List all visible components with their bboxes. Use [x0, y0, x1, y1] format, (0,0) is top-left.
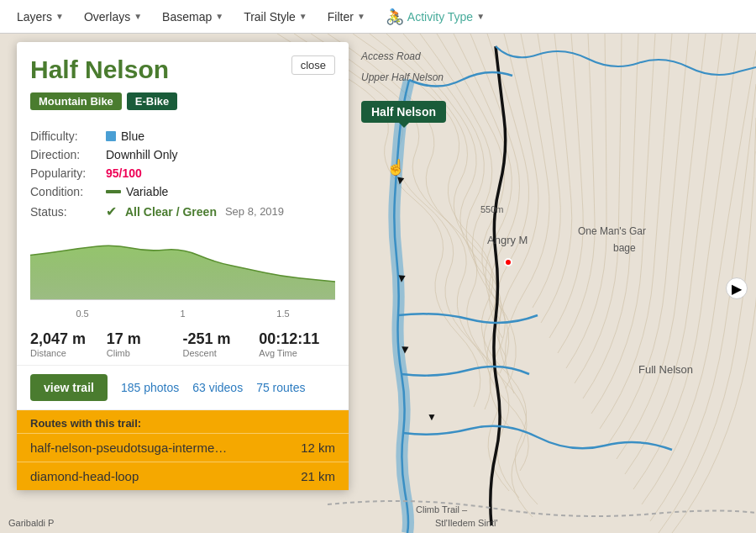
map-label-angry-m: Angry M — [487, 234, 528, 246]
map-label-climb-trail: Climb Trail – — [416, 504, 467, 515]
tag-mountain-bike: Mountain Bike — [30, 92, 122, 110]
condition-dash-icon — [106, 190, 121, 193]
view-trail-button[interactable]: view trail — [30, 374, 108, 401]
overlays-chevron: ▼ — [134, 12, 142, 21]
layers-chevron: ▼ — [55, 12, 64, 21]
svg-text:▼: ▼ — [396, 271, 408, 285]
svg-text:▼: ▼ — [427, 411, 437, 423]
status-value: ✔ All Clear / Green Sep 8, 2019 — [106, 203, 284, 219]
routes-section: Routes with this trail: half-nelson-pseu… — [17, 410, 349, 490]
difficulty-value: Blue — [106, 129, 144, 143]
direction-value: Downhill Only — [106, 148, 178, 161]
svg-text:▼: ▼ — [393, 172, 407, 187]
map-label-one-mans-2: bage — [613, 242, 636, 254]
popularity-label: Popularity: — [30, 166, 106, 180]
location-marker — [504, 258, 512, 266]
trail-title: Half Nelson — [30, 55, 335, 84]
status-row: Status: ✔ All Clear / Green Sep 8, 2019 — [30, 201, 335, 222]
stat-distance: 2,047 m Distance — [30, 330, 107, 358]
photos-link[interactable]: 185 photos — [121, 381, 179, 394]
condition-row: Condition: Variable — [30, 182, 335, 201]
info-table: Difficulty: Blue Direction: Downhill Onl… — [17, 127, 349, 222]
condition-value: Variable — [106, 185, 168, 198]
route-item-1[interactable]: diamond-head-loop 21 km — [17, 462, 349, 490]
map-label-elevation: 550m — [480, 204, 504, 214]
routes-header: Routes with this trail: — [17, 410, 349, 433]
map-nav-right[interactable]: ▶ — [726, 277, 748, 299]
difficulty-label: Difficulty: — [30, 129, 106, 143]
nav-trail-style[interactable]: Trail Style ▼ — [235, 5, 316, 29]
trail-info-panel: Half Nelson close Mountain Bike E-Bike D… — [17, 42, 349, 490]
svg-text:▼: ▼ — [399, 342, 412, 356]
top-navigation: Layers ▼ Overlays ▼ Basemap ▼ Trail Styl… — [0, 0, 756, 34]
bike-icon: 🚴 — [386, 8, 404, 26]
nav-basemap[interactable]: Basemap ▼ — [154, 5, 232, 29]
action-row: view trail 185 photos 63 videos 75 route… — [17, 366, 349, 410]
nav-overlays[interactable]: Overlays ▼ — [76, 5, 150, 29]
videos-link[interactable]: 63 videos — [192, 381, 243, 394]
popularity-value: 95/100 — [106, 166, 142, 180]
map-label-upper-half-nelson: Upper Half Nelson — [361, 71, 444, 83]
stat-avg-time: 00:12:11 Avg Time — [259, 330, 335, 358]
panel-header: Half Nelson close Mountain Bike E-Bike — [17, 42, 349, 127]
map-label-stliladem: Stl'Iledem Sintl' — [435, 518, 498, 528]
nav-activity-type[interactable]: 🚴 Activity Type ▼ — [377, 3, 493, 31]
routes-link[interactable]: 75 routes — [256, 381, 305, 394]
tag-ebike: E-Bike — [127, 92, 177, 110]
nav-filter[interactable]: Filter ▼ — [319, 5, 374, 29]
tag-list: Mountain Bike E-Bike — [30, 92, 335, 110]
direction-label: Direction: — [30, 148, 106, 161]
chart-labels: 0.5 1 1.5 — [17, 307, 349, 320]
stat-climb: 17 m Climb — [107, 330, 183, 358]
popularity-row: Popularity: 95/100 — [30, 164, 335, 182]
direction-row: Direction: Downhill Only — [30, 145, 335, 164]
filter-chevron: ▼ — [357, 12, 365, 21]
map-label-full-nelson: Full Nelson — [638, 363, 693, 376]
activity-chevron: ▼ — [476, 12, 485, 21]
map-label-one-mans-1: One Man's Gar — [578, 225, 646, 237]
status-check-icon: ✔ — [106, 203, 117, 219]
nav-layers[interactable]: Layers ▼ — [8, 5, 72, 29]
route-item-0[interactable]: half-nelson-pseudotsuga-interme… 12 km — [17, 433, 349, 462]
condition-label: Condition: — [30, 185, 106, 198]
difficulty-square-icon — [106, 131, 116, 141]
difficulty-row: Difficulty: Blue — [30, 127, 335, 145]
elevation-chart — [30, 229, 335, 300]
map-label-garibaldi: Garibaldi P — [8, 518, 54, 528]
trail-tooltip: Half Nelson — [361, 101, 446, 123]
stats-row: 2,047 m Distance 17 m Climb -251 m Desce… — [17, 324, 349, 366]
status-label: Status: — [30, 205, 106, 219]
trail-style-chevron: ▼ — [299, 12, 307, 21]
map-label-access-road: Access Road — [361, 50, 421, 62]
basemap-chevron: ▼ — [215, 12, 223, 21]
close-button[interactable]: close — [291, 55, 335, 75]
stat-descent: -251 m Descent — [183, 330, 260, 358]
